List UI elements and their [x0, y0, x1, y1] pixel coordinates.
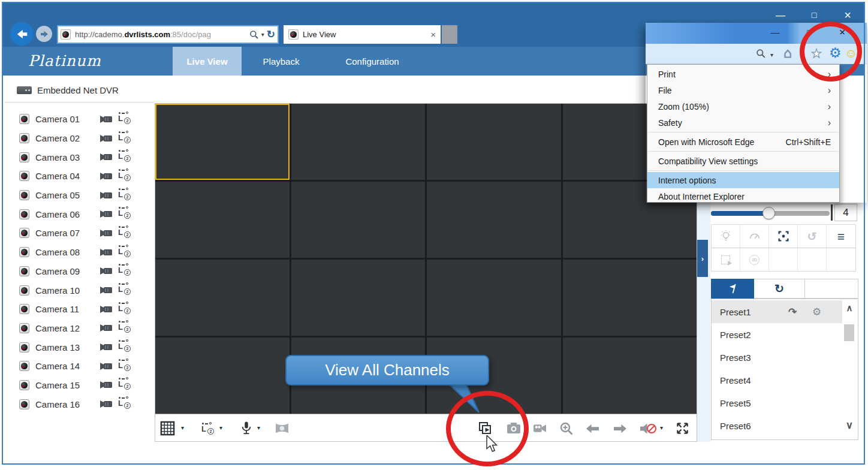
view-all-channels-button[interactable]	[477, 420, 493, 436]
previous-page-button[interactable]	[584, 420, 601, 436]
search-caret-icon[interactable]: ▾	[770, 52, 773, 58]
new-tab-stub[interactable]	[442, 25, 457, 44]
nav-tab-live-view[interactable]: Live View	[173, 47, 242, 76]
camera-list-item[interactable]: Camera 09 L2	[3, 262, 155, 281]
two-way-audio-button[interactable]	[238, 420, 254, 436]
device-row[interactable]: Embedded Net DVR	[17, 85, 119, 95]
camcorder-icon[interactable]	[100, 361, 113, 371]
video-cell[interactable]	[155, 260, 290, 336]
search-caret-icon[interactable]: ▾	[261, 32, 264, 38]
preset-call-icon[interactable]: ↷	[788, 306, 797, 318]
camera-list-item[interactable]: Camera 13 L2	[3, 338, 155, 357]
search-icon[interactable]	[756, 49, 766, 59]
audio-mute-button[interactable]	[638, 420, 658, 436]
camcorder-icon[interactable]	[100, 209, 113, 219]
stream-type-icon[interactable]: L2	[117, 263, 131, 278]
search-icon[interactable]	[249, 30, 259, 40]
feedback-smiley-icon[interactable]: ☺	[845, 47, 857, 59]
manual-tracking-button[interactable]	[712, 248, 740, 272]
camcorder-icon[interactable]	[100, 305, 113, 314]
stream-type-button[interactable]: L2	[200, 420, 216, 436]
camcorder-icon[interactable]	[100, 266, 113, 276]
tab-empty[interactable]	[805, 279, 858, 299]
stream-type-icon[interactable]: L2	[117, 358, 131, 373]
stream-type-icon[interactable]: L2	[117, 206, 131, 221]
scroll-down-icon[interactable]: ∨	[842, 419, 857, 432]
ptz-menu-button[interactable]: ≡	[827, 225, 855, 248]
overlay-close-button[interactable]: ×	[834, 26, 850, 34]
scroll-up-icon[interactable]: ∧	[842, 303, 857, 314]
favorites-star-icon[interactable]: ★	[811, 47, 822, 59]
nav-tab-playback[interactable]: Playback	[242, 47, 321, 76]
video-cell[interactable]	[427, 260, 561, 336]
camera-list-item[interactable]: Camera 01 L2	[3, 110, 155, 129]
stream-type-icon[interactable]: L2	[117, 396, 131, 411]
menu-item-open-with-microsoft-edge[interactable]: Open with Microsoft EdgeCtrl+Shift+E	[647, 134, 839, 150]
scrollbar-thumb[interactable]	[844, 324, 854, 341]
stream-caret-icon[interactable]: ▾	[219, 425, 222, 431]
stream-type-icon[interactable]: L2	[117, 131, 131, 146]
video-cell[interactable]	[427, 104, 561, 180]
video-cell[interactable]	[155, 104, 290, 180]
preset-set-icon[interactable]: ⚙	[812, 306, 821, 318]
menu-item-about-internet-explorer[interactable]: About Internet Explorer	[647, 188, 839, 204]
back-button[interactable]	[10, 22, 34, 46]
video-cell[interactable]	[563, 260, 697, 336]
refresh-icon[interactable]: ↻	[267, 29, 275, 40]
video-cell[interactable]	[155, 182, 290, 258]
menu-item-print[interactable]: Print›	[647, 66, 839, 82]
camcorder-icon[interactable]	[100, 134, 113, 143]
overlay-maximize-button[interactable]: □	[801, 28, 817, 37]
camera-list-item[interactable]: Camera 06 L2	[3, 204, 155, 224]
auxiliary-focus-button[interactable]	[769, 225, 798, 248]
camcorder-icon[interactable]	[100, 323, 113, 333]
video-cell[interactable]	[291, 182, 426, 258]
preset-scrollbar[interactable]: ∧ ∨	[842, 300, 857, 438]
forward-button[interactable]	[36, 26, 52, 42]
tools-gear-icon[interactable]: ⚙	[829, 46, 842, 60]
capture-button[interactable]	[505, 420, 522, 436]
stream-type-icon[interactable]: L2	[117, 112, 131, 126]
preset-row[interactable]: Preset5	[712, 391, 842, 414]
stream-type-icon[interactable]: L2	[117, 282, 131, 297]
menu-item-file[interactable]: File›	[647, 82, 839, 98]
record-button[interactable]	[532, 420, 548, 436]
preset-row[interactable]: Preset2	[712, 323, 842, 346]
menu-item-compatibility-view-settings[interactable]: Compatibility View settings	[647, 153, 839, 169]
camcorder-icon[interactable]	[100, 228, 113, 238]
next-page-button[interactable]	[612, 420, 628, 436]
3d-zoom-button[interactable]: 3D	[740, 248, 769, 272]
volume-caret-icon[interactable]: ▾	[660, 425, 663, 431]
audio-caret-icon[interactable]: ▾	[257, 425, 260, 431]
video-cell[interactable]	[427, 182, 561, 258]
tab-close-icon[interactable]: ×	[430, 30, 436, 39]
camcorder-icon[interactable]	[100, 399, 113, 409]
camera-list-item[interactable]: Camera 11 L2	[3, 300, 155, 319]
camera-list-item[interactable]: Camera 05 L2	[3, 186, 155, 205]
stream-type-icon[interactable]: L2	[117, 149, 131, 164]
stream-type-icon[interactable]: L2	[117, 377, 131, 392]
tab-presets[interactable]	[711, 279, 754, 299]
preset-row[interactable]: Preset4	[712, 369, 842, 391]
stream-type-icon[interactable]: L2	[117, 168, 131, 183]
video-cell[interactable]	[291, 104, 426, 180]
wiper-button[interactable]	[740, 225, 769, 248]
fullscreen-button[interactable]	[674, 420, 691, 436]
camera-list-item[interactable]: Camera 12 L2	[3, 319, 155, 338]
video-cell[interactable]	[155, 338, 290, 414]
camcorder-icon[interactable]	[100, 191, 113, 200]
address-bar[interactable]: http://cademo.dvrlists.com:85/doc/pag ▾ …	[57, 25, 279, 44]
camera-list-item[interactable]: Camera 10 L2	[3, 281, 155, 300]
camera-list-item[interactable]: Camera 16 L2	[3, 394, 155, 414]
camera-list-item[interactable]: Camera 02 L2	[3, 129, 155, 148]
stream-type-icon[interactable]: L2	[117, 245, 131, 260]
stream-type-icon[interactable]: L2	[117, 302, 131, 317]
camera-list-item[interactable]: Camera 04 L2	[3, 167, 155, 186]
camera-list-item[interactable]: Camera 14 L2	[3, 357, 155, 376]
camcorder-icon[interactable]	[100, 380, 113, 390]
camera-list-item[interactable]: Camera 15 L2	[3, 376, 155, 395]
stream-type-icon[interactable]: L2	[117, 320, 131, 335]
camcorder-icon[interactable]	[100, 171, 113, 181]
digital-zoom-button[interactable]	[558, 420, 574, 436]
preset-row[interactable]: Preset6	[712, 414, 842, 437]
